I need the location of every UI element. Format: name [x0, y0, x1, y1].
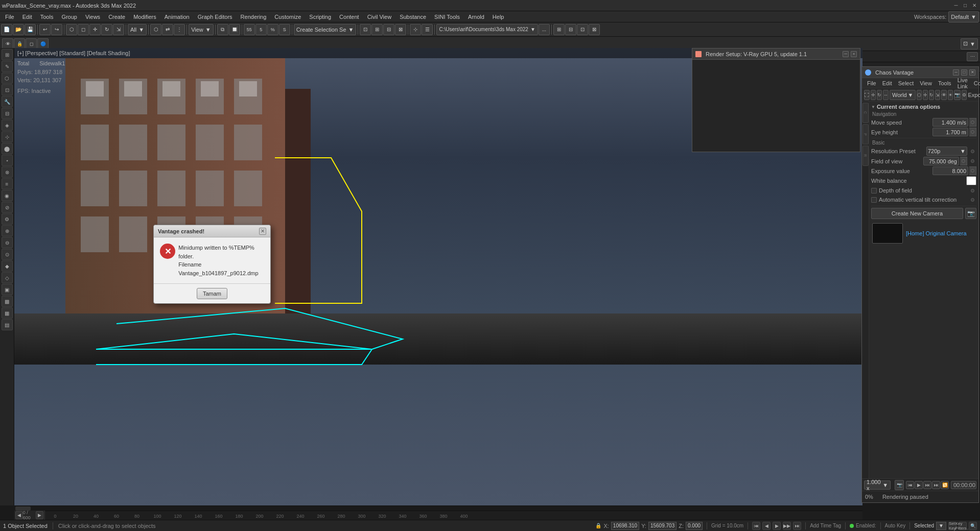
- sb-end-btn[interactable]: ⏭: [793, 522, 801, 530]
- z-value[interactable]: 0.000: [686, 522, 703, 530]
- ls-btn4[interactable]: ⊡: [2, 84, 13, 95]
- icon-btn6[interactable]: ☰: [422, 24, 433, 35]
- menu-views[interactable]: Views: [81, 13, 104, 21]
- cv-create-camera-icon[interactable]: 📷: [965, 208, 976, 219]
- icon-btn5[interactable]: ⊹: [410, 24, 421, 35]
- menu-file[interactable]: File: [1, 13, 18, 21]
- menu-tools[interactable]: Tools: [36, 13, 58, 21]
- ls-btn9[interactable]: ⬤: [2, 143, 13, 154]
- frame-prev-btn[interactable]: ◀: [15, 511, 23, 519]
- select-region-btn[interactable]: ◻: [78, 24, 89, 35]
- scale-btn[interactable]: ⇲: [113, 24, 124, 35]
- viewport-layout-dropdown[interactable]: ⊡ ▼: [961, 38, 978, 50]
- snap-btn[interactable]: S: [279, 24, 290, 35]
- search-btn[interactable]: 🔍: [969, 522, 977, 530]
- cv-move-speed-btn[interactable]: ⬡: [969, 118, 976, 127]
- cv-minimize-btn[interactable]: ─: [953, 69, 959, 76]
- icon-btn2[interactable]: ⊞: [371, 24, 383, 35]
- cv-settings-btn[interactable]: ⚙: [962, 90, 967, 100]
- new-btn[interactable]: 📄: [1, 24, 12, 35]
- menu-scripting[interactable]: Scripting: [305, 13, 335, 21]
- cv-play-btn[interactable]: ▶: [915, 481, 923, 489]
- cv-fov-btn[interactable]: ⬡: [960, 157, 967, 165]
- cv-nav-btn4[interactable]: ↔: [883, 90, 889, 100]
- cv-rotate-btn[interactable]: ↻: [929, 90, 934, 100]
- cv-world-dropdown[interactable]: World ▼: [890, 90, 916, 100]
- num1-btn[interactable]: 55: [244, 24, 255, 35]
- cv-prev-btn[interactable]: ⏮: [906, 481, 914, 489]
- ls-btn14[interactable]: ⊘: [2, 202, 13, 213]
- cv-camera-tab[interactable]: C: [862, 103, 869, 123]
- percent-btn[interactable]: %: [267, 24, 278, 35]
- cv-scale-btn[interactable]: ⇲: [935, 90, 940, 100]
- ls-btn18[interactable]: ⊙: [2, 249, 13, 260]
- cv-section-header[interactable]: ▼ Current camera options: [871, 104, 976, 110]
- ls-btn24[interactable]: ▤: [2, 319, 13, 330]
- h-scrollbar[interactable]: [14, 505, 862, 511]
- cv-eye-height-btn[interactable]: ⬡: [969, 128, 976, 136]
- cv-menu-select[interactable]: Select: [895, 79, 917, 87]
- minimize-btn[interactable]: ─: [952, 2, 960, 9]
- workspaces-dropdown[interactable]: Default ▼: [948, 11, 979, 22]
- num2-btn[interactable]: 5: [255, 24, 267, 35]
- setkey-dropdown[interactable]: ▼: [936, 522, 946, 530]
- strip-extra-btn[interactable]: ⋯: [967, 52, 978, 61]
- select-obj-btn[interactable]: ⬡: [66, 24, 77, 35]
- ls-btn6[interactable]: ⊟: [2, 108, 13, 119]
- icon-btn3[interactable]: ⊟: [383, 24, 394, 35]
- ls-btn3[interactable]: ⬡: [2, 73, 13, 84]
- ls-btn5[interactable]: 🔧: [2, 96, 13, 107]
- cv-fov-gear[interactable]: ⚙: [968, 157, 976, 165]
- icon-btn8[interactable]: ⊟: [565, 24, 576, 35]
- menu-edit[interactable]: Edit: [18, 13, 36, 21]
- ls-btn21[interactable]: ▣: [2, 284, 13, 295]
- cv-menu-file[interactable]: File: [864, 79, 879, 87]
- rotate-btn[interactable]: ↻: [101, 24, 112, 35]
- restore-btn[interactable]: □: [962, 2, 969, 9]
- menu-sini-tools[interactable]: SINI Tools: [430, 13, 464, 21]
- cv-post-tab[interactable]: P: [862, 124, 869, 144]
- render-setup-minimize[interactable]: ─: [843, 51, 849, 57]
- all-dropdown[interactable]: All ▼: [128, 24, 147, 35]
- cv-end-btn[interactable]: ⏭: [932, 481, 940, 489]
- menu-rendering[interactable]: Rendering: [237, 13, 271, 21]
- close-btn[interactable]: ✕: [971, 2, 978, 9]
- cv-menu-tools[interactable]: Tools: [935, 79, 954, 87]
- mirror-btn[interactable]: ⇄: [162, 24, 173, 35]
- cv-create-camera-btn[interactable]: Create New Camera: [871, 208, 963, 219]
- cv-fov-input[interactable]: 75.000 deg: [923, 157, 959, 165]
- ls-btn22[interactable]: ▩: [2, 296, 13, 307]
- cv-cam-icon-btn[interactable]: 📷: [895, 480, 904, 490]
- x-value[interactable]: 10698.310: [611, 522, 639, 530]
- ls-btn23[interactable]: ▦: [2, 307, 13, 319]
- cv-eye-height-input[interactable]: 1.700 m: [932, 128, 968, 136]
- ls-btn19[interactable]: ◆: [2, 260, 13, 272]
- menu-customize[interactable]: Customize: [270, 13, 305, 21]
- cv-eye-btn[interactable]: 👁: [941, 90, 947, 100]
- ls-btn11[interactable]: ⊗: [2, 166, 13, 178]
- cv-auto-vertical-gear[interactable]: ⚙: [968, 196, 976, 204]
- cv-nav-btn2[interactable]: ✛: [871, 90, 876, 100]
- render-btn[interactable]: 🔲: [229, 24, 240, 35]
- menu-animation[interactable]: Animation: [160, 13, 194, 21]
- file-path-dropdown[interactable]: C:\Users\arif\Documents\3ds Max 2022 ▼: [436, 24, 538, 35]
- undo-btn[interactable]: ↩: [39, 24, 51, 35]
- cv-render-tab[interactable]: R: [862, 146, 869, 166]
- menu-content[interactable]: Content: [335, 13, 363, 21]
- sb-play-btn[interactable]: ▶: [773, 522, 781, 530]
- cv-auto-vertical-checkbox[interactable]: [871, 197, 877, 203]
- ls-btn2[interactable]: ✎: [2, 61, 13, 72]
- redo-btn[interactable]: ↪: [51, 24, 62, 35]
- view-dropdown[interactable]: View ▼: [189, 24, 214, 35]
- cv-next-btn[interactable]: ⏭: [923, 481, 931, 489]
- ls-btn12[interactable]: ≡: [2, 178, 13, 189]
- menu-graph-editors[interactable]: Graph Editors: [194, 13, 237, 21]
- ls-btn17[interactable]: ⊖: [2, 237, 13, 248]
- cv-white-balance-swatch[interactable]: [966, 176, 976, 185]
- menu-create[interactable]: Create: [104, 13, 129, 21]
- ls-btn10[interactable]: ⋆: [2, 155, 13, 166]
- move-btn[interactable]: ✛: [89, 24, 101, 35]
- icon-btn4[interactable]: ⊠: [395, 24, 406, 35]
- frame-next-btn[interactable]: ▶: [36, 511, 43, 519]
- file-path-btn[interactable]: ...: [539, 24, 550, 35]
